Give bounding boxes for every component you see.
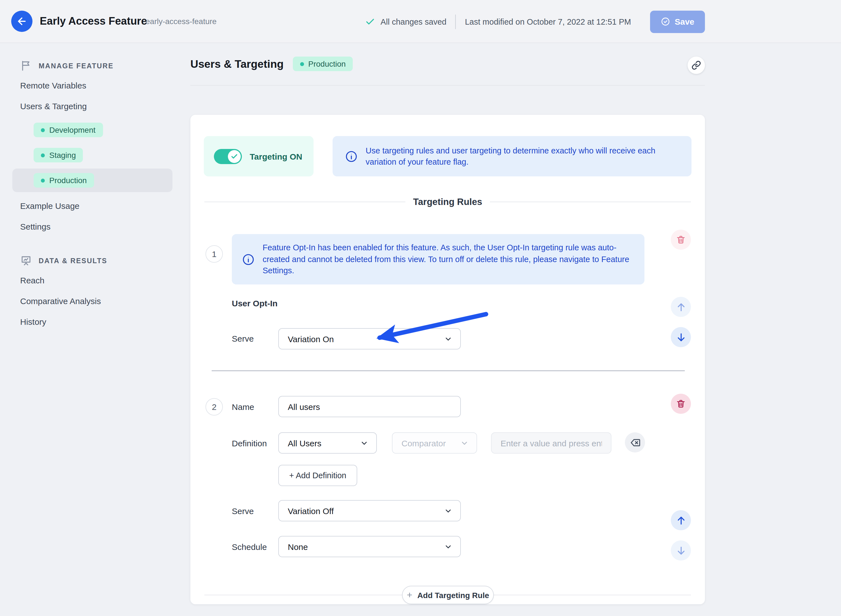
backspace-icon: [630, 437, 640, 448]
rule-1-notice: Feature Opt-In has been enabled for this…: [232, 234, 645, 285]
environment-badge-label: Production: [308, 59, 346, 68]
header-divider: [456, 14, 456, 29]
rule-2-comparator-select[interactable]: Comparator: [392, 432, 477, 453]
rule-1-move-up-button[interactable]: [671, 297, 691, 317]
copy-link-button[interactable]: [687, 57, 705, 74]
production-badge: Production: [34, 173, 94, 188]
sidebar-item-example-usage[interactable]: Example Usage: [20, 195, 185, 216]
rule-2-definition-label: Definition: [232, 439, 267, 448]
rule-2-schedule-value: None: [288, 542, 308, 551]
sidebar: MANAGE FEATURE Remote Variables Users & …: [0, 43, 185, 332]
last-modified-text: Last modified on October 7, 2022 at 12:5…: [465, 17, 631, 26]
rule-2-serve-value: Variation Off: [288, 506, 334, 515]
rule-2-serve-label: Serve: [232, 506, 253, 516]
rule-2-number: 2: [205, 398, 223, 415]
link-icon: [692, 60, 701, 70]
development-badge: Development: [34, 123, 103, 137]
sidebar-item-history[interactable]: History: [20, 311, 185, 332]
rule-1-serve-label: Serve: [232, 334, 253, 343]
rule-2-schedule-label: Schedule: [232, 542, 267, 551]
env-dot-icon: [300, 62, 304, 66]
saved-check-icon: [365, 16, 375, 26]
targeting-toggle-label: Targeting ON: [250, 151, 302, 161]
toggle-knob: [228, 150, 241, 163]
save-status: All changes saved: [365, 16, 446, 26]
title-divider: [190, 85, 705, 86]
rule-divider: [212, 370, 685, 371]
sidebar-env-production[interactable]: Production: [12, 169, 173, 192]
sidebar-item-reach[interactable]: Reach: [20, 270, 185, 290]
arrow-up-icon: [675, 302, 686, 312]
development-badge-label: Development: [49, 125, 95, 134]
rules-heading-row: Targeting Rules: [204, 197, 691, 207]
info-icon: [345, 150, 358, 163]
save-check-icon: [661, 17, 670, 26]
rule-2-clear-value-button[interactable]: [625, 432, 645, 452]
sidebar-item-comparative-analysis[interactable]: Comparative Analysis: [20, 290, 185, 311]
save-status-text: All changes saved: [381, 17, 446, 26]
env-dot-icon: [41, 178, 45, 182]
rule-2-schedule-select[interactable]: None: [278, 536, 461, 557]
rule-2-value-input[interactable]: [491, 432, 611, 453]
heading-line-right: [490, 202, 691, 202]
save-button[interactable]: Save: [650, 10, 705, 33]
staging-badge: Staging: [34, 148, 83, 163]
sidebar-section-data-results: DATA & RESULTS: [20, 255, 185, 267]
top-header: Early Access Feature early-access-featur…: [0, 0, 841, 43]
chevron-down-icon: [360, 439, 368, 447]
toggle-check-icon: [231, 153, 238, 160]
rule-1-name: User Opt-In: [232, 298, 277, 308]
targeting-toggle[interactable]: [214, 149, 242, 164]
sidebar-env-staging[interactable]: Staging: [12, 143, 173, 167]
rule-2-move-up-button[interactable]: [671, 510, 691, 530]
sidebar-item-settings[interactable]: Settings: [20, 216, 185, 237]
rule-1-number: 1: [205, 245, 223, 263]
rule-1-notice-text: Feature Opt-In has been enabled for this…: [262, 242, 631, 277]
targeting-info-banner: Use targeting rules and user targeting t…: [333, 136, 692, 176]
rule-2-delete-button[interactable]: [671, 394, 691, 414]
chevron-down-icon: [460, 439, 469, 447]
back-icon: [16, 16, 28, 27]
presentation-chart-icon: [20, 255, 32, 267]
sidebar-item-users-targeting[interactable]: Users & Targeting: [20, 96, 185, 116]
chevron-down-icon: [444, 506, 453, 515]
rule-1-move-down-button[interactable]: [671, 327, 691, 347]
rule-2-move-down-button[interactable]: [671, 540, 691, 560]
production-badge-label: Production: [49, 176, 87, 185]
feature-key: early-access-feature: [146, 17, 217, 26]
add-targeting-rule-label: Add Targeting Rule: [418, 591, 489, 600]
targeting-toggle-panel: Targeting ON: [204, 136, 314, 176]
sidebar-env-development[interactable]: Development: [12, 118, 173, 142]
flag-icon: [20, 60, 32, 72]
page-title-row: Users & Targeting Production: [190, 57, 353, 71]
rule-2-name-label: Name: [232, 402, 254, 412]
rule-2-definition-select[interactable]: All Users: [278, 432, 377, 453]
heading-line-left: [204, 202, 405, 202]
targeting-card: Targeting ON Use targeting rules and use…: [190, 115, 705, 604]
header-actions: All changes saved Last modified on Octob…: [365, 0, 705, 43]
trash-icon: [676, 399, 686, 409]
add-targeting-rule-button[interactable]: + Add Targeting Rule: [402, 586, 494, 604]
add-definition-button[interactable]: + Add Definition: [278, 465, 357, 486]
arrow-up-icon: [675, 515, 686, 525]
page-title: Users & Targeting: [190, 57, 284, 70]
env-dot-icon: [41, 128, 45, 132]
sidebar-item-remote-variables[interactable]: Remote Variables: [20, 75, 185, 96]
chevron-down-icon: [444, 543, 453, 551]
chevron-down-icon: [444, 334, 453, 343]
rule-1-serve-select[interactable]: Variation On: [278, 328, 461, 349]
targeting-info-text: Use targeting rules and user targeting t…: [366, 145, 679, 167]
sidebar-section-label: MANAGE FEATURE: [39, 62, 114, 70]
rule-2-serve-select[interactable]: Variation Off: [278, 500, 461, 521]
rule-1-delete-button[interactable]: [671, 230, 691, 250]
plus-icon: +: [407, 590, 412, 601]
rule-2-name-input[interactable]: [278, 396, 461, 417]
trash-icon: [676, 235, 686, 245]
save-button-label: Save: [675, 17, 694, 26]
environment-badge: Production: [293, 57, 353, 71]
rules-heading: Targeting Rules: [413, 197, 482, 207]
app-window: Early Access Feature early-access-featur…: [0, 0, 841, 616]
rule-2-definition-value: All Users: [288, 438, 321, 448]
back-button[interactable]: [11, 11, 32, 32]
staging-badge-label: Staging: [49, 151, 76, 160]
